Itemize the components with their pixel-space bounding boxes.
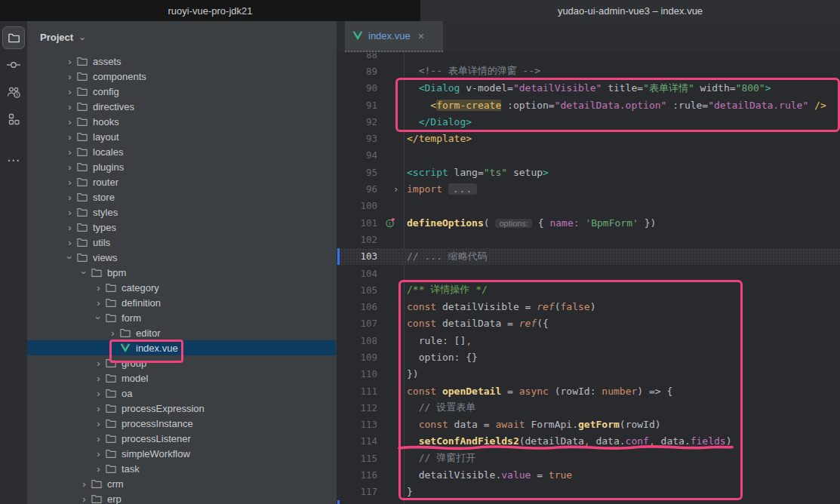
- line-number[interactable]: 112: [337, 402, 377, 413]
- tree-item-group[interactable]: ›group: [27, 355, 336, 370]
- tree-item-category[interactable]: ›category: [27, 280, 336, 295]
- line-number[interactable]: 108: [337, 335, 377, 346]
- line-number[interactable]: 113: [337, 419, 377, 430]
- chevron-collapsed-icon[interactable]: ›: [92, 298, 105, 308]
- tree-item-config[interactable]: ›config: [27, 84, 336, 99]
- tree-item-types[interactable]: ›types: [27, 220, 336, 235]
- chevron-collapsed-icon[interactable]: ›: [78, 479, 91, 489]
- tree-item-model[interactable]: ›model: [27, 370, 336, 386]
- chevron-collapsed-icon[interactable]: ›: [92, 419, 105, 429]
- line-number[interactable]: 101: [337, 217, 377, 229]
- chevron-collapsed-icon[interactable]: ›: [63, 57, 76, 66]
- line-number[interactable]: 95: [337, 167, 377, 178]
- line-number[interactable]: 116: [337, 469, 377, 481]
- chevron-expanded-icon[interactable]: ›: [94, 312, 103, 324]
- project-tool-button[interactable]: [0, 24, 27, 51]
- line-number[interactable]: 90: [337, 82, 377, 94]
- more-tool-windows-button[interactable]: ⋯: [0, 146, 27, 174]
- chevron-collapsed-icon[interactable]: ›: [63, 192, 76, 202]
- chevron-collapsed-icon[interactable]: ›: [63, 72, 76, 81]
- tree-item-bpm[interactable]: ›bpm: [27, 265, 336, 280]
- structure-tool-button[interactable]: [0, 106, 27, 133]
- line-number[interactable]: 89: [337, 66, 377, 77]
- chevron-collapsed-icon[interactable]: ›: [92, 464, 105, 474]
- chevron-collapsed-icon[interactable]: ›: [63, 87, 76, 97]
- fold-collapsed-icon[interactable]: ›: [393, 184, 398, 195]
- line-number[interactable]: 109: [337, 352, 377, 363]
- line-number[interactable]: 94: [337, 149, 377, 161]
- tree-item-task[interactable]: ›task: [27, 461, 336, 476]
- pull-requests-tool-button[interactable]: ?: [0, 78, 27, 106]
- line-number[interactable]: 104: [337, 268, 377, 279]
- line-number[interactable]: 106: [337, 301, 377, 312]
- chevron-collapsed-icon[interactable]: ›: [63, 223, 76, 232]
- chevron-expanded-icon[interactable]: ›: [65, 251, 75, 264]
- tree-item-simpleWorkflow[interactable]: ›simpleWorkflow: [27, 446, 336, 461]
- folder-icon: [76, 146, 88, 158]
- tree-item-hooks[interactable]: ›hooks: [27, 114, 336, 129]
- line-number[interactable]: 96: [337, 183, 377, 195]
- commit-tool-button[interactable]: [0, 51, 27, 78]
- chevron-expanded-icon[interactable]: ›: [79, 266, 89, 279]
- chevron-collapsed-icon[interactable]: ›: [63, 162, 76, 172]
- tree-item-directives[interactable]: ›directives: [27, 99, 336, 114]
- tree-item-crm[interactable]: ›crm: [27, 476, 336, 491]
- tab-index-vue[interactable]: index.vue ×: [345, 21, 443, 52]
- tree-item-components[interactable]: ›components: [27, 69, 336, 84]
- chevron-collapsed-icon[interactable]: ›: [92, 404, 105, 413]
- tree-item-store[interactable]: ›store: [27, 189, 336, 204]
- project-panel-header[interactable]: Project ⌄: [27, 21, 337, 53]
- chevron-collapsed-icon[interactable]: ›: [92, 434, 105, 444]
- tree-item-views[interactable]: ›views: [27, 250, 336, 265]
- chevron-collapsed-icon[interactable]: ›: [63, 147, 76, 157]
- line-number[interactable]: 117: [337, 486, 377, 497]
- line-number[interactable]: 88: [337, 53, 377, 60]
- chevron-collapsed-icon[interactable]: ›: [63, 177, 76, 187]
- chevron-collapsed-icon[interactable]: ›: [63, 102, 76, 112]
- chevron-collapsed-icon[interactable]: ›: [63, 117, 76, 127]
- tree-item-erp[interactable]: ›erp: [27, 491, 336, 504]
- tree-item-editor[interactable]: ›editor: [27, 325, 336, 340]
- chevron-collapsed-icon[interactable]: ›: [92, 449, 105, 459]
- tree-item-processInstance[interactable]: ›processInstance: [27, 416, 336, 431]
- line-number[interactable]: 93: [337, 133, 377, 144]
- tree-item-oa[interactable]: ›oa: [27, 386, 336, 401]
- chevron-collapsed-icon[interactable]: ›: [78, 494, 91, 504]
- tree-item-router[interactable]: ›router: [27, 174, 336, 189]
- tree-item-processExpression[interactable]: ›processExpression: [27, 401, 336, 416]
- close-icon[interactable]: ×: [418, 31, 424, 41]
- line-number[interactable]: 110: [337, 368, 377, 380]
- line-number[interactable]: 115: [337, 453, 377, 464]
- tree-item-utils[interactable]: ›utils: [27, 235, 336, 250]
- tree-item-plugins[interactable]: ›plugins: [27, 159, 336, 174]
- tree-item-processListener[interactable]: ›processListener: [27, 431, 336, 446]
- line-number[interactable]: 102: [337, 234, 377, 245]
- line-number[interactable]: 91: [337, 100, 377, 111]
- tree-item-layout[interactable]: ›layout: [27, 129, 336, 144]
- tree-item-label: utils: [93, 237, 110, 248]
- code-line-text: <!-- 表单详情的弹窗 -->: [404, 64, 540, 78]
- line-number[interactable]: 105: [337, 284, 377, 296]
- chevron-collapsed-icon[interactable]: ›: [92, 373, 105, 383]
- tree-item-assets[interactable]: ›assets: [27, 54, 336, 69]
- background-window-title[interactable]: ruoyi-vue-pro-jdk21: [0, 0, 420, 21]
- tree-item-styles[interactable]: ›styles: [27, 204, 336, 220]
- define-options-gutter-icon[interactable]: I: [386, 217, 395, 228]
- line-number[interactable]: 114: [337, 435, 377, 447]
- tree-item-form[interactable]: ›form: [27, 310, 336, 325]
- chevron-collapsed-icon[interactable]: ›: [63, 238, 76, 247]
- chevron-collapsed-icon[interactable]: ›: [92, 358, 105, 368]
- tree-item-definition[interactable]: ›definition: [27, 295, 336, 310]
- tree-item-index.vue[interactable]: index.vue: [27, 340, 336, 355]
- chevron-collapsed-icon[interactable]: ›: [92, 283, 105, 293]
- chevron-collapsed-icon[interactable]: ›: [63, 207, 76, 217]
- line-number[interactable]: 103: [337, 250, 377, 262]
- line-number[interactable]: 100: [337, 200, 377, 211]
- chevron-collapsed-icon[interactable]: ›: [92, 389, 105, 398]
- line-number[interactable]: 107: [337, 318, 377, 329]
- tree-item-locales[interactable]: ›locales: [27, 144, 336, 159]
- chevron-collapsed-icon[interactable]: ›: [63, 132, 76, 142]
- line-number[interactable]: 92: [337, 116, 377, 128]
- chevron-collapsed-icon[interactable]: ›: [106, 328, 119, 338]
- line-number[interactable]: 111: [337, 386, 377, 397]
